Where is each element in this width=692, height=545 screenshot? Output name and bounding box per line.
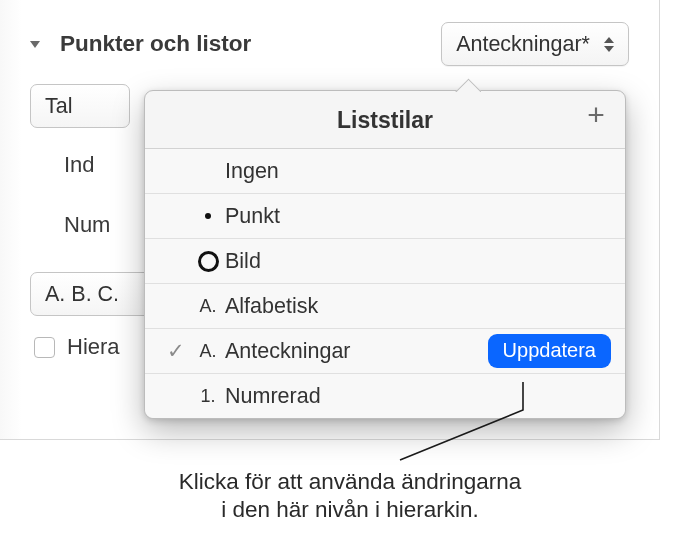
style-label: Anteckningar <box>225 339 351 364</box>
style-label: Alfabetisk <box>225 294 318 319</box>
update-style-button[interactable]: Uppdatera <box>488 334 611 368</box>
list-style-option-none[interactable]: Ingen <box>145 149 625 194</box>
section-header-row: Punkter och listor Anteckningar* <box>30 22 629 66</box>
list-styles-popover: Liststilar + Ingen Punkt Bild A. Alfabet… <box>144 90 626 419</box>
checkmark-icon: ✓ <box>167 339 185 363</box>
style-label: Punkt <box>225 204 280 229</box>
style-label: Ingen <box>225 159 279 184</box>
style-icon-number: 1. <box>191 386 225 407</box>
style-icon-ring <box>191 251 225 272</box>
list-style-option-alpha[interactable]: A. Alfabetisk <box>145 284 625 329</box>
callout-caption: Klicka för att använda ändringarna i den… <box>70 468 630 524</box>
number-style-value: A. B. C. <box>45 282 119 307</box>
hierarchical-checkbox[interactable] <box>34 337 55 358</box>
number-label: Num <box>64 212 110 238</box>
style-icon-letter: A. <box>191 341 225 362</box>
list-type-value: Tal <box>45 94 72 119</box>
caption-line2: i den här nivån i hierarkin. <box>221 497 479 522</box>
list-style-option-image[interactable]: Bild <box>145 239 625 284</box>
list-styles-list: Ingen Punkt Bild A. Alfabetisk ✓ A. Ante… <box>145 149 625 418</box>
section-title: Punkter och listor <box>60 31 251 57</box>
list-style-option-numbered[interactable]: 1. Numrerad <box>145 374 625 418</box>
popover-title: Liststilar <box>337 107 433 133</box>
list-style-dropdown[interactable]: Anteckningar* <box>441 22 629 66</box>
number-style-select[interactable]: A. B. C. <box>30 272 160 316</box>
list-style-option-bullet[interactable]: Punkt <box>145 194 625 239</box>
disclosure-triangle-icon[interactable] <box>30 41 40 48</box>
popover-arrow-icon <box>455 78 481 92</box>
panel-left-shade <box>0 0 22 439</box>
list-type-select[interactable]: Tal <box>30 84 130 128</box>
caption-line1: Klicka för att använda ändringarna <box>179 469 522 494</box>
hierarchical-label: Hiera <box>67 334 120 360</box>
style-label: Bild <box>225 249 261 274</box>
dot-icon <box>205 213 211 219</box>
ring-icon <box>198 251 219 272</box>
popover-title-bar: Liststilar + <box>145 91 625 149</box>
style-label: Numrerad <box>225 384 321 409</box>
style-icon-letter: A. <box>191 296 225 317</box>
list-style-option-notes[interactable]: ✓ A. Anteckningar Uppdatera <box>145 329 625 374</box>
check-col: ✓ <box>161 339 191 363</box>
chevron-updown-icon <box>604 37 614 52</box>
style-icon-dot <box>191 213 225 219</box>
add-style-button[interactable]: + <box>581 101 611 129</box>
list-style-dropdown-label: Anteckningar* <box>456 32 590 57</box>
indent-label: Ind <box>64 152 95 178</box>
